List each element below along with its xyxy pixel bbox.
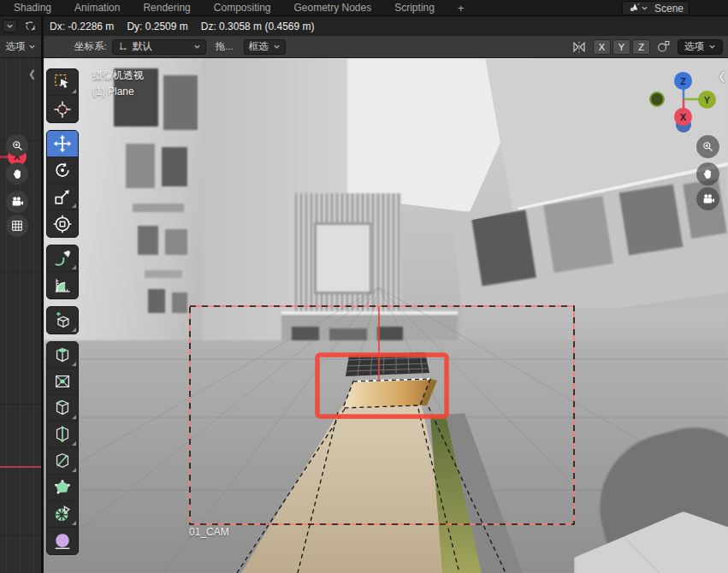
tool-button-select-box[interactable]	[47, 69, 78, 96]
transform-delta-x: Dx: -0.2286 m	[50, 21, 114, 32]
camera-view-icon[interactable]	[6, 191, 28, 213]
pan-hand-icon[interactable]	[6, 162, 28, 185]
add-cube-icon	[53, 311, 72, 330]
chevron-down-icon	[28, 43, 36, 50]
subtool-corner-icon	[72, 89, 76, 93]
x-axis-floor-line	[0, 466, 41, 468]
subtool-corner-icon	[72, 468, 76, 472]
poly-build-icon	[53, 478, 72, 497]
tool-options-dropdown[interactable]: 选项	[678, 39, 723, 55]
workspace-tab-shading[interactable]: Shading	[14, 2, 51, 14]
tool-button-bevel[interactable]	[47, 395, 78, 422]
annotate-icon	[53, 249, 72, 268]
select-mode-dropdown[interactable]: 框选	[244, 39, 286, 55]
tool-group	[46, 306, 79, 334]
tool-button-move[interactable]	[47, 131, 78, 157]
extrude-icon	[53, 346, 72, 364]
viewport-overlay	[44, 58, 728, 573]
scale-icon	[53, 187, 72, 206]
transform-delta-y: Dy: 0.2509 m	[127, 21, 187, 32]
orientation-value: 默认	[133, 40, 152, 53]
smooth-icon	[53, 532, 72, 551]
subtool-corner-icon	[72, 265, 76, 269]
subtool-corner-icon	[72, 415, 76, 419]
floor-walkway-plane[interactable]	[241, 404, 462, 573]
ortho-grid-icon[interactable]	[6, 215, 28, 237]
tool-button-rotate[interactable]	[47, 157, 78, 184]
tool-button-scale[interactable]	[47, 184, 78, 210]
prop-edit-icon[interactable]	[656, 39, 671, 54]
tool-button-measure[interactable]	[47, 272, 78, 298]
zoom-icon[interactable]	[696, 135, 719, 158]
collapse-sidebar-icon[interactable]: ❮	[718, 70, 726, 82]
camera-view-icon[interactable]	[696, 187, 719, 210]
collapse-left-icon[interactable]: ❮	[28, 68, 36, 80]
tool-group	[46, 245, 79, 299]
cursor-3d-icon	[53, 100, 72, 119]
orientation-label: 坐标系:	[74, 40, 107, 53]
workspace-tab-animation[interactable]: Animation	[74, 2, 120, 14]
tool-settings-bar: 坐标系: 默认 拖... 框选 XYZ 选项	[44, 36, 728, 58]
chevron-down-icon	[641, 4, 648, 12]
spin-icon	[53, 505, 72, 523]
left-viewport-options-dropdown[interactable]: 选项	[0, 36, 41, 58]
workspace-tab-bar: ShadingAnimationRenderingCompositingGeom…	[0, 0, 728, 16]
tool-button-annotate[interactable]	[47, 245, 78, 272]
select-mode-value: 框选	[249, 40, 269, 53]
workspace-tab-compositing[interactable]: Compositing	[214, 2, 271, 14]
scene-icon	[628, 2, 641, 15]
bevel-icon	[53, 399, 72, 417]
tool-group	[46, 341, 79, 555]
zoom-icon[interactable]	[6, 134, 28, 157]
add-workspace-tab[interactable]: +	[458, 2, 465, 15]
tool-button-add-cube[interactable]	[47, 307, 78, 334]
camera-name-label: 01_CAM	[189, 526, 229, 538]
options-label: 选项	[6, 40, 26, 53]
wood-plane[interactable]	[343, 379, 430, 408]
workspace-tab-rendering[interactable]: Rendering	[143, 2, 190, 14]
left-viewport-canvas[interactable]: ❮ X	[0, 58, 41, 573]
orientation-dropdown[interactable]: 默认	[112, 39, 206, 55]
tool-group	[46, 130, 79, 238]
mirror-axis-y-button[interactable]: Y	[613, 39, 630, 55]
workspace-tab-scripting[interactable]: Scripting	[394, 2, 435, 14]
tool-button-spin[interactable]	[47, 501, 78, 528]
tool-button-loop-cut[interactable]	[47, 422, 78, 448]
axis-x-ball[interactable]: X	[674, 108, 692, 126]
tool-button-smooth[interactable]	[47, 528, 78, 554]
tool-button-transform[interactable]	[47, 210, 78, 237]
tool-group	[46, 68, 79, 123]
inset-icon	[53, 372, 72, 391]
mirror-axis-x-button[interactable]: X	[593, 39, 611, 55]
blender-window: ShadingAnimationRenderingCompositingGeom…	[0, 0, 728, 573]
scene-selector[interactable]: Scene	[622, 1, 690, 15]
tool-options-label: 选项	[684, 40, 704, 53]
axis-neg-y-ball[interactable]	[649, 92, 665, 107]
operator-collapse-button[interactable]	[3, 20, 17, 32]
pan-hand-icon[interactable]	[696, 162, 719, 186]
transform-delta-z: Dz: 0.3058 m (0.4569 m)	[201, 21, 315, 32]
3d-viewport-canvas[interactable]: 摄像机透视 (1) Plane 01_CAM ZYX ❮	[44, 58, 728, 573]
tool-button-cursor-3d[interactable]	[47, 96, 78, 122]
view-mode-label: 摄像机透视	[92, 68, 144, 83]
chevron-down-icon	[708, 43, 716, 50]
tool-button-knife[interactable]	[47, 448, 78, 475]
knife-icon	[53, 452, 72, 470]
tool-button-inset[interactable]	[47, 369, 78, 395]
axis-z-ball[interactable]: Z	[674, 72, 692, 90]
mirror-axis-z-button[interactable]: Z	[632, 39, 650, 55]
mirror-icon[interactable]	[571, 39, 587, 55]
editor-divider[interactable]	[41, 16, 44, 58]
tool-button-extrude[interactable]	[47, 342, 78, 369]
toolbar	[46, 68, 79, 562]
orbit-icon	[23, 19, 38, 33]
tool-button-poly-build[interactable]	[47, 475, 78, 501]
subtool-corner-icon	[72, 521, 76, 525]
workspace-tab-geometry-nodes[interactable]: Geometry Nodes	[294, 2, 372, 14]
active-object-label: (1) Plane	[92, 86, 144, 97]
move-icon	[53, 134, 72, 153]
axis-y-ball[interactable]: Y	[698, 91, 716, 109]
subtool-corner-icon	[72, 441, 76, 446]
subtool-corner-icon	[72, 328, 76, 332]
scene-name: Scene	[654, 3, 684, 15]
